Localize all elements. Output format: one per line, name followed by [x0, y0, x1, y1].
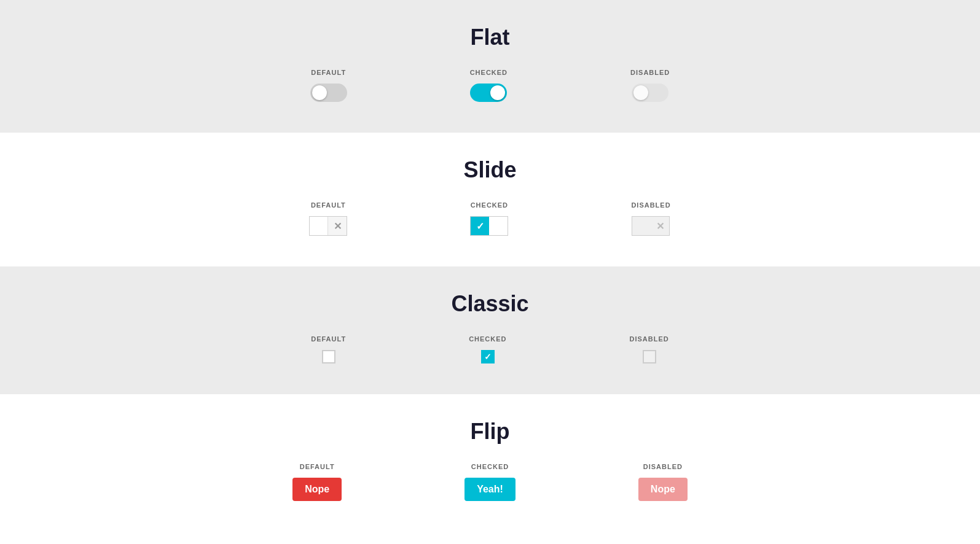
- flat-disabled-label: DISABLED: [630, 69, 670, 76]
- flip-disabled-button: Nope: [638, 478, 688, 501]
- flip-section: Flip DEFAULT Nope CHECKED Yeah! DISABLED…: [0, 394, 980, 532]
- slide-disabled-left: [632, 217, 651, 235]
- flip-default-item: DEFAULT Nope: [292, 463, 342, 501]
- slide-default-item: DEFAULT ✕: [309, 201, 347, 236]
- classic-default-checkbox[interactable]: [322, 350, 335, 363]
- slide-section: Slide DEFAULT ✕ CHECKED ✓: [0, 133, 980, 266]
- slide-disabled-right: ✕: [651, 217, 669, 235]
- flat-disabled-item: DISABLED: [630, 69, 670, 102]
- flat-disabled-knob: [633, 85, 648, 100]
- slide-title: Slide: [0, 157, 980, 183]
- flat-default-knob: [312, 85, 327, 100]
- flat-checked-knob: [490, 85, 505, 100]
- flat-controls-row: DEFAULT CHECKED DISABLED: [0, 69, 980, 102]
- classic-disabled-checkbox: [643, 350, 656, 363]
- flat-default-item: DEFAULT: [310, 69, 347, 102]
- flat-default-label: DEFAULT: [311, 69, 346, 76]
- flip-checked-label: CHECKED: [471, 463, 509, 470]
- classic-checked-item: CHECKED ✓: [469, 335, 506, 363]
- classic-title: Classic: [0, 291, 980, 317]
- flip-controls-row: DEFAULT Nope CHECKED Yeah! DISABLED Nope: [0, 463, 980, 501]
- flip-title: Flip: [0, 419, 980, 445]
- slide-default-left: [310, 217, 328, 235]
- slide-disabled-x-icon: ✕: [656, 220, 664, 232]
- classic-default-item: DEFAULT: [311, 335, 346, 363]
- slide-disabled-toggle: ✕: [632, 216, 670, 236]
- classic-disabled-item: DISABLED: [630, 335, 669, 363]
- flat-title: Flat: [0, 25, 980, 50]
- classic-checked-checkbox[interactable]: ✓: [481, 350, 495, 363]
- slide-checked-left: ✓: [471, 217, 489, 235]
- classic-default-label: DEFAULT: [311, 335, 346, 343]
- slide-checked-toggle[interactable]: ✓: [470, 216, 508, 236]
- flat-disabled-toggle: [632, 84, 668, 102]
- flip-disabled-label: DISABLED: [643, 463, 683, 470]
- slide-checked-right: [489, 217, 508, 235]
- slide-controls-row: DEFAULT ✕ CHECKED ✓: [0, 201, 980, 236]
- flat-default-toggle[interactable]: [310, 84, 347, 102]
- classic-disabled-label: DISABLED: [630, 335, 669, 343]
- slide-default-x-icon: ✕: [334, 220, 342, 232]
- slide-default-right: ✕: [328, 217, 347, 235]
- flip-default-button[interactable]: Nope: [292, 478, 342, 501]
- flip-disabled-item: DISABLED Nope: [638, 463, 688, 501]
- classic-controls-row: DEFAULT CHECKED ✓ DISABLED: [0, 335, 980, 363]
- flat-checked-toggle[interactable]: [470, 84, 507, 102]
- classic-checked-label: CHECKED: [469, 335, 506, 343]
- slide-checked-item: CHECKED ✓: [470, 201, 508, 236]
- flip-checked-button[interactable]: Yeah!: [465, 478, 515, 501]
- slide-disabled-item: DISABLED ✕: [631, 201, 670, 236]
- slide-checked-check-icon: ✓: [476, 220, 484, 232]
- slide-disabled-label: DISABLED: [631, 201, 670, 209]
- flat-checked-label: CHECKED: [470, 69, 508, 76]
- flip-default-label: DEFAULT: [300, 463, 335, 470]
- classic-checkmark-icon: ✓: [484, 352, 492, 362]
- slide-default-toggle[interactable]: ✕: [309, 216, 347, 236]
- flat-section: Flat DEFAULT CHECKED DISABLED: [0, 0, 980, 133]
- flat-checked-item: CHECKED: [470, 69, 508, 102]
- slide-default-label: DEFAULT: [311, 201, 346, 209]
- flip-checked-item: CHECKED Yeah!: [465, 463, 515, 501]
- classic-section: Classic DEFAULT CHECKED ✓ DISABLED: [0, 266, 980, 394]
- slide-checked-label: CHECKED: [471, 201, 508, 209]
